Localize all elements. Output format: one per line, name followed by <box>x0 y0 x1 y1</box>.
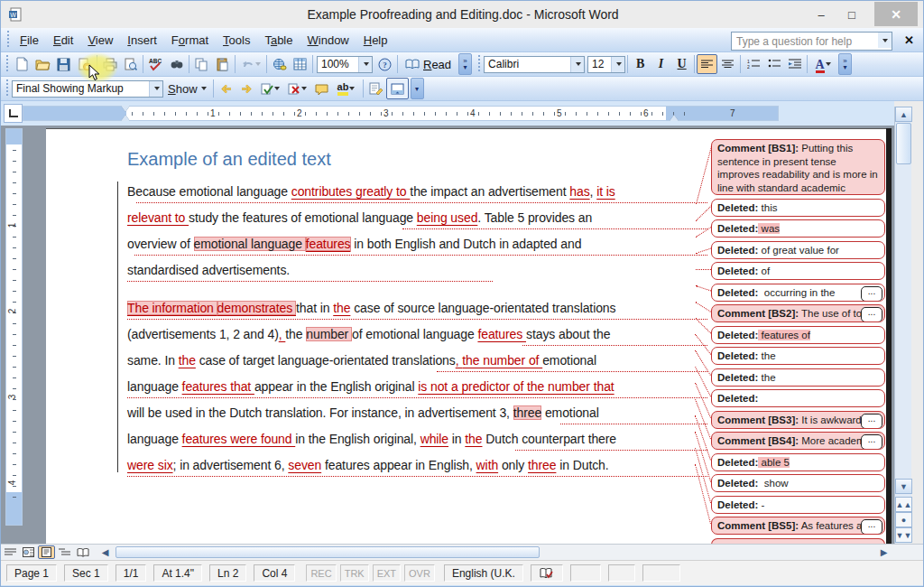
menu-table[interactable]: Table <box>257 31 300 50</box>
copy-button[interactable] <box>191 54 212 74</box>
body-text[interactable]: Because emotional language contributes g… <box>127 179 714 490</box>
scroll-right-button[interactable]: ▶ <box>875 545 892 559</box>
next-change-button[interactable] <box>236 79 257 98</box>
underline-button[interactable]: U <box>671 54 692 74</box>
deleted-balloon[interactable]: Deleted: <box>711 389 885 407</box>
menu-view[interactable]: View <box>80 31 120 50</box>
font-name-dropdown-icon[interactable] <box>570 57 584 72</box>
status-toggle-trk[interactable]: TRK <box>340 564 369 582</box>
spelling-status-icon[interactable] <box>531 564 563 582</box>
hanging-indent-marker[interactable] <box>121 115 130 121</box>
insert-table-button[interactable] <box>290 54 310 74</box>
scroll-left-button[interactable]: ◀ <box>97 545 114 559</box>
deleted-balloon[interactable]: Deleted: occurring in the... <box>711 284 885 302</box>
document-page[interactable]: Example of an edited text Because emotio… <box>46 128 886 545</box>
menu-insert[interactable]: Insert <box>120 31 164 50</box>
status-panel[interactable]: At 1.4" <box>153 564 202 582</box>
menu-file[interactable]: File <box>13 31 46 50</box>
status-toggle-ovr[interactable]: OVR <box>404 564 435 582</box>
font-color-button[interactable]: A <box>809 54 836 74</box>
close-button[interactable]: ✕ <box>874 2 918 26</box>
open-button[interactable] <box>32 54 53 74</box>
accept-change-button[interactable] <box>257 79 284 98</box>
print-layout-view-button[interactable] <box>38 545 55 559</box>
spelling-button[interactable]: ABC <box>145 54 166 74</box>
deleted-balloon[interactable]: Deleted: the <box>711 368 885 387</box>
menubar-grip[interactable] <box>5 31 10 49</box>
menu-window[interactable]: Window <box>300 31 356 50</box>
language-panel[interactable]: English (U.K. <box>444 564 523 582</box>
deleted-balloon[interactable]: Deleted: able 5 <box>711 453 885 471</box>
select-browse-object-button[interactable]: ● <box>895 512 912 527</box>
menu-tools[interactable]: Tools <box>216 31 257 50</box>
save-button[interactable] <box>53 54 74 74</box>
reviewing-options-chevron[interactable]: ▾ <box>411 78 424 99</box>
next-page-button[interactable]: ▼▼ <box>895 527 912 543</box>
comment-balloon[interactable]: Comment [BS2]: The use of too... <box>711 304 885 322</box>
vertical-ruler[interactable]: 1234 <box>5 128 23 526</box>
comment-balloon[interactable]: Comment [BS5]: As features are... <box>711 517 885 535</box>
deleted-balloon[interactable]: Deleted: of great value for <box>711 241 885 259</box>
read-button[interactable]: Read <box>400 56 457 73</box>
vertical-scroll-thumb[interactable] <box>896 123 911 164</box>
toolbar-close-icon[interactable]: ✕ <box>904 33 914 47</box>
minimize-button[interactable]: – <box>808 3 835 26</box>
help-question-box[interactable]: Type a question for help <box>731 32 892 51</box>
deleted-balloon[interactable]: Deleted: - <box>711 496 885 514</box>
menu-help[interactable]: Help <box>356 31 395 50</box>
status-panel[interactable]: Sec 1 <box>64 564 108 582</box>
toolbar-grip[interactable] <box>5 55 9 73</box>
previous-page-button[interactable]: ▲▲ <box>895 497 912 512</box>
balloon-more-button[interactable]: ... <box>861 519 882 535</box>
scroll-down-button[interactable]: ▼ <box>895 479 912 494</box>
align-left-button[interactable] <box>697 54 717 74</box>
deleted-balloon[interactable]: Deleted: the <box>711 347 885 365</box>
previous-change-button[interactable] <box>216 79 236 98</box>
menu-edit[interactable]: Edit <box>46 31 80 50</box>
research-button[interactable] <box>166 54 187 74</box>
balloon-more-button[interactable]: ... <box>861 434 882 450</box>
increase-indent-button[interactable] <box>784 54 805 74</box>
insert-hyperlink-button[interactable] <box>269 54 290 74</box>
normal-view-button[interactable] <box>2 545 19 559</box>
deleted-balloon[interactable]: Deleted: show <box>711 474 885 492</box>
deleted-balloon[interactable]: Deleted: this <box>711 199 885 217</box>
zoom-dropdown-icon[interactable] <box>358 57 372 72</box>
deleted-balloon[interactable]: Deleted: was <box>711 219 885 238</box>
maximize-button[interactable]: □ <box>838 3 865 26</box>
balloon-more-button[interactable]: ... <box>861 307 882 322</box>
comment-balloon[interactable]: Comment [BS1]: Putting this sentence in … <box>711 139 885 195</box>
balloon-more-button[interactable]: ... <box>861 286 882 302</box>
deleted-balloon[interactable]: Deleted: features of <box>711 326 885 344</box>
menu-format[interactable]: Format <box>164 31 216 50</box>
display-for-review-combo[interactable]: Final Showing Markup <box>12 80 163 98</box>
deleted-balloon[interactable]: Deleted: of <box>711 262 885 280</box>
formatting-toolbar-grip[interactable] <box>476 55 481 73</box>
tab-selector-button[interactable] <box>4 104 23 123</box>
comment-balloon[interactable]: Comment [BS4]: More academi... <box>711 432 885 450</box>
show-menu-button[interactable]: Show <box>163 80 211 98</box>
horizontal-ruler[interactable]: 1234567 <box>23 106 779 121</box>
comment-balloon[interactable]: Comment [BS3]: It is awkward t... <box>711 411 885 429</box>
right-indent-marker[interactable] <box>670 115 679 121</box>
font-size-dropdown-icon[interactable] <box>611 57 624 72</box>
track-changes-button[interactable] <box>365 79 386 98</box>
zoom-combo[interactable]: 100% <box>317 56 373 73</box>
status-toggle-rec[interactable]: REC <box>306 564 336 582</box>
display-for-review-dropdown-icon[interactable] <box>149 81 162 97</box>
vertical-scrollbar[interactable]: ▲ ▼ ▲▲ ● ▼▼ <box>894 107 911 544</box>
reviewing-pane-button[interactable] <box>386 78 409 99</box>
reading-layout-view-button[interactable] <box>74 545 91 559</box>
horizontal-scroll-thumb[interactable] <box>116 546 540 558</box>
formatting-options-chevron[interactable]: »▾ <box>838 53 852 75</box>
outline-view-button[interactable] <box>56 545 73 559</box>
help-button[interactable]: ? <box>374 54 395 74</box>
bulleted-list-button[interactable] <box>763 54 784 74</box>
help-box-dropdown-icon[interactable] <box>878 33 892 48</box>
status-panel[interactable]: Page 1 <box>6 564 57 582</box>
web-layout-view-button[interactable] <box>20 545 37 559</box>
paste-button[interactable] <box>212 54 233 74</box>
first-line-indent-marker[interactable] <box>121 106 130 112</box>
reject-change-button[interactable] <box>284 79 311 98</box>
status-toggle-ext[interactable]: EXT <box>373 564 401 582</box>
